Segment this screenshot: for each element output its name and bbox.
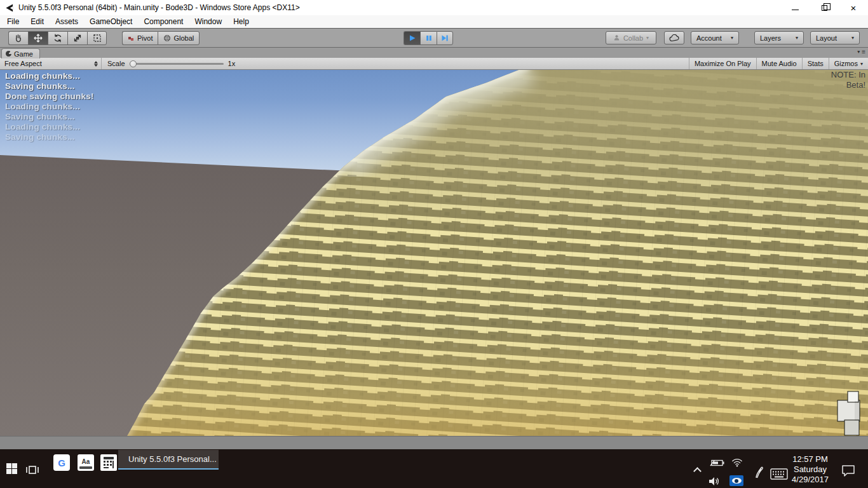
title-bar: Unity 5.5.0f3 Personal (64bit) - Main.un…	[0, 0, 868, 15]
touch-keyboard-icon[interactable]	[770, 468, 788, 482]
battery-icon[interactable]	[710, 458, 725, 470]
layout-caret-icon: ▾	[851, 35, 854, 41]
aspect-dropdown[interactable]: Free Aspect	[0, 58, 102, 69]
notification-glyph	[841, 464, 855, 477]
log-line: Done saving chunks!	[5, 92, 94, 102]
chunk-log-overlay: Loading chunks... Saving chunks... Done …	[5, 71, 94, 142]
restore-button[interactable]	[810, 0, 839, 15]
log-line: Saving chunks...	[5, 132, 94, 142]
volume-icon[interactable]	[708, 477, 721, 488]
layout-dropdown[interactable]: Layout ▾	[810, 31, 860, 44]
collab-button[interactable]: Collab ▾	[606, 31, 656, 44]
game-view[interactable]: Loading chunks... Saving chunks... Done …	[0, 70, 868, 436]
menu-file[interactable]: File	[1, 15, 25, 28]
scale-value: 1x	[228, 60, 236, 67]
wifi-glyph	[731, 458, 743, 467]
wifi-icon[interactable]	[731, 458, 743, 470]
pen-input-icon[interactable]	[754, 466, 764, 482]
scale-slider[interactable]	[130, 63, 224, 65]
pivot-icon	[128, 35, 135, 42]
scale-slider-knob[interactable]	[130, 60, 137, 67]
beta-note: NOTE: In Beta!	[831, 70, 865, 90]
restore-icon	[822, 5, 827, 11]
move-icon	[33, 33, 43, 43]
gizmos-dropdown[interactable]: Gizmos ▾	[829, 58, 868, 69]
eye-app-tray-icon[interactable]	[729, 475, 743, 486]
scale-label: Scale	[107, 60, 125, 67]
unity-logo-icon	[4, 3, 14, 13]
maximize-on-play-button[interactable]: Maximize On Play	[689, 58, 756, 69]
scale-tool-button[interactable]	[67, 31, 87, 45]
action-center-button[interactable]	[841, 464, 855, 479]
task-view-icon	[25, 464, 39, 475]
log-line: Saving chunks...	[5, 81, 94, 92]
stats-button[interactable]: Stats	[802, 58, 829, 69]
tray-expand-chevron[interactable]	[693, 467, 702, 475]
aspect-stepper-icon	[94, 61, 98, 67]
keyboard-glyph	[770, 468, 788, 480]
menu-edit[interactable]: Edit	[25, 15, 50, 28]
start-button[interactable]	[6, 463, 17, 474]
pivot-toggle-button[interactable]: Pivot	[122, 31, 158, 45]
minimize-button[interactable]	[780, 0, 810, 15]
menu-component[interactable]: Component	[138, 15, 189, 28]
collab-icon	[613, 34, 620, 41]
rect-tool-button[interactable]	[87, 31, 107, 45]
account-label: Account	[696, 34, 722, 42]
pause-icon	[425, 34, 433, 42]
pause-button[interactable]	[420, 31, 437, 45]
gizmos-label: Gizmos	[834, 60, 858, 67]
layers-caret-icon: ▾	[796, 35, 798, 41]
unity-task-label: Unity 5.5.0f3 Personal...	[128, 454, 217, 464]
collab-caret-icon: ▾	[646, 35, 649, 41]
speaker-glyph	[708, 477, 721, 486]
unity-taskbar-button[interactable]: Unity 5.5.0f3 Personal...	[118, 450, 219, 470]
menu-gameobject[interactable]: GameObject	[84, 15, 138, 28]
taskbar-clock[interactable]: 12:57 PM Saturday 4/29/2017	[787, 454, 834, 485]
calculator-pinned-icon[interactable]	[100, 454, 117, 471]
game-control-bar: Free Aspect Scale 1x Maximize On Play Mu…	[0, 58, 868, 70]
game-tab-label: Game	[14, 50, 33, 58]
log-line: Loading chunks...	[5, 102, 94, 112]
mute-audio-button[interactable]: Mute Audio	[756, 58, 802, 69]
playback-controls	[403, 31, 453, 45]
layers-dropdown[interactable]: Layers ▾	[754, 31, 804, 44]
collab-label: Collab	[623, 34, 643, 42]
hand-icon	[13, 33, 24, 43]
gizmos-caret-icon: ▾	[860, 61, 863, 67]
tab-strip: Game ▾ ≡	[0, 47, 868, 58]
calculator-icon	[102, 456, 115, 469]
tab-game[interactable]: Game	[1, 48, 40, 58]
close-button[interactable]: ×	[839, 0, 868, 15]
dictionary-pinned-icon[interactable]: Aa	[78, 454, 94, 471]
battery-glyph	[710, 459, 725, 467]
beta-note-line1: NOTE: In	[831, 70, 865, 80]
cloud-button[interactable]	[664, 31, 684, 44]
global-toggle-button[interactable]: Global	[158, 31, 200, 45]
dictionary-icon-label: Aa	[82, 457, 90, 466]
play-button[interactable]	[403, 31, 420, 45]
menu-assets[interactable]: Assets	[50, 15, 84, 28]
menu-help[interactable]: Help	[227, 15, 255, 28]
eye-pupil	[735, 479, 738, 483]
chrome-pinned-icon[interactable]: G	[53, 454, 70, 471]
rotate-tool-button[interactable]	[48, 31, 67, 45]
global-label: Global	[173, 34, 194, 42]
task-view-button[interactable]	[25, 464, 39, 478]
rect-tool-icon	[92, 33, 102, 43]
pivot-global-toggle: Pivot Global	[122, 31, 200, 45]
menu-window[interactable]: Window	[189, 15, 227, 28]
hand-tool-button[interactable]	[8, 31, 28, 45]
move-tool-button[interactable]	[28, 31, 48, 45]
layers-label: Layers	[760, 34, 781, 42]
panel-options[interactable]: ▾ ≡	[857, 48, 865, 55]
log-line: Loading chunks...	[5, 122, 94, 132]
game-view-icon	[6, 51, 11, 57]
clock-date: 4/29/2017	[787, 475, 834, 485]
window-bottom-strip	[0, 436, 868, 449]
layout-label: Layout	[816, 34, 837, 42]
account-dropdown[interactable]: Account ▾	[691, 31, 739, 44]
panel-menu-icon: ≡	[862, 48, 865, 55]
step-button[interactable]	[437, 31, 453, 45]
unity-toolbar: Pivot Global Collab ▾ Account ▾ Layers ▾…	[0, 28, 868, 47]
